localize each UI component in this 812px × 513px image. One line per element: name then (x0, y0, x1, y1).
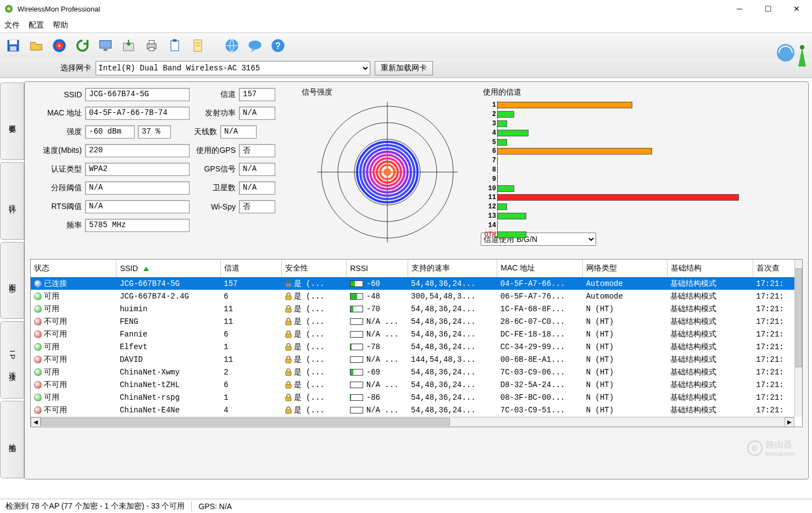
signal-title: 信号强度 (302, 87, 475, 97)
svg-rect-15 (173, 39, 177, 42)
menu-file[interactable]: 文件 (4, 20, 20, 30)
app-icon (4, 4, 13, 13)
globe-icon[interactable] (222, 36, 242, 56)
notes-icon[interactable] (188, 36, 208, 56)
col-header[interactable]: 支持的速率 (408, 260, 497, 277)
table-row[interactable]: 不可用ChinaNet-E4Ne4是 (...N/A ...54,48,36,2… (31, 404, 802, 416)
svg-point-38 (383, 168, 391, 176)
gps-used-label: 使用的GPS (195, 146, 239, 156)
minimize-button[interactable]: ─ (728, 2, 750, 15)
col-header[interactable]: SSID (116, 260, 220, 277)
col-header[interactable]: RSSI (347, 260, 408, 277)
watermark: ⚙ 路由器 luyouqi.com (747, 439, 795, 457)
mac-value: 04-5F-A7-66-7B-74 (85, 107, 190, 120)
table-row[interactable]: 不可用DAVID11是 (...N/A ...144,54,48,3...00-… (31, 353, 802, 366)
table-row[interactable]: 可用Elfevt1是 (...-7854,48,36,24...CC-34-29… (31, 340, 802, 353)
vtab-map[interactable]: 地图 (0, 401, 24, 478)
rts-value: N/A (85, 200, 190, 213)
antenna-value: N/A (220, 125, 257, 139)
help-icon[interactable]: ? (268, 36, 288, 56)
menu-config[interactable]: 配置 (29, 20, 44, 30)
sat-value: N/A (239, 181, 275, 195)
lock-icon (285, 394, 292, 401)
ssid-value: JCG-667B74-5G (85, 88, 190, 101)
export-icon[interactable] (119, 36, 138, 56)
maximize-button[interactable]: ☐ (757, 2, 779, 15)
table-row[interactable]: 不可用Fannie6是 (...N/A ...54,48,36,24...DC-… (31, 328, 802, 340)
svg-rect-12 (149, 41, 154, 44)
menu-help[interactable]: 帮助 (53, 20, 68, 30)
svg-rect-14 (171, 41, 179, 51)
lock-icon (285, 318, 292, 326)
reload-nic-button[interactable]: 重新加载网卡 (375, 61, 433, 75)
freq-value: 5785 MHz (85, 219, 190, 232)
svg-rect-44 (286, 346, 291, 350)
frag-value: N/A (85, 181, 190, 195)
txpower-value: N/A (239, 107, 275, 120)
sat-label: 卫星数 (195, 183, 239, 193)
vtab-stats[interactable]: 统计 (0, 162, 24, 240)
open-icon[interactable] (26, 36, 46, 56)
chat-icon[interactable] (245, 36, 265, 56)
gps-signal-label: GPS信号 (195, 164, 239, 174)
ap-table[interactable]: 状态SSID信道安全性RSSI支持的速率MAC 地址网络类型基础结构首次查 已连… (31, 260, 802, 416)
close-button[interactable]: ✕ (786, 2, 808, 15)
monitor-icon[interactable] (96, 36, 115, 56)
table-row[interactable]: 不可用ChinaNet-tZHL6是 (...N/A ...54,48,36,2… (31, 378, 802, 391)
table-row[interactable]: 已连接JCG-667B74-5G157是 (...-6054,48,36,24.… (31, 277, 802, 290)
clipboard-icon[interactable] (165, 36, 185, 56)
scroll-left-icon[interactable]: ◄ (31, 417, 41, 427)
lock-icon (285, 381, 292, 389)
table-row[interactable]: 可用JCG-667B74-2.4G6是 (...-48300,54,48,3..… (31, 290, 802, 302)
channel-value: 157 (239, 88, 275, 101)
strength-pct: 37 % (138, 125, 171, 139)
table-row[interactable]: 可用huimin11是 (...-7054,48,36,24...1C-FA-6… (31, 302, 802, 315)
vertical-scrollbar[interactable] (794, 260, 802, 417)
col-header[interactable]: 状态 (31, 260, 116, 277)
vtab-ip[interactable]: IP 连接 (0, 321, 24, 399)
target-icon[interactable] (49, 36, 69, 56)
channel-bars: 1234567891011121314OTH (497, 101, 803, 230)
vtab-graph[interactable]: 图形 (0, 242, 24, 319)
table-row[interactable]: 可用ChinaNet-rspg1是 (...-8654,48,36,24...0… (31, 391, 802, 404)
svg-text:?: ? (275, 41, 281, 51)
print-icon[interactable] (142, 36, 162, 56)
txpower-label: 发射功率 (195, 108, 239, 118)
col-header[interactable]: 基础结构 (667, 260, 753, 277)
svg-rect-41 (286, 308, 291, 312)
gps-signal-value: N/A (239, 163, 275, 176)
antenna-icon (774, 36, 807, 69)
svg-rect-46 (286, 372, 291, 376)
vtab-summary[interactable]: 概要 (0, 82, 24, 160)
col-header[interactable]: MAC 地址 (497, 260, 583, 277)
strength-dbm: -60 dBm (85, 125, 135, 139)
svg-rect-8 (100, 41, 112, 48)
save-icon[interactable] (3, 36, 23, 56)
lock-icon (285, 293, 292, 300)
svg-rect-39 (286, 283, 291, 287)
svg-rect-45 (286, 359, 291, 363)
svg-rect-9 (104, 49, 108, 51)
table-row[interactable]: 不可用FENG11是 (...N/A ...54,48,36,24...28-6… (31, 315, 802, 328)
scroll-right-icon[interactable]: ► (785, 417, 794, 427)
strength-label: 强度 (30, 127, 85, 137)
radar-icon (316, 101, 459, 244)
nic-select[interactable]: Intel(R) Dual Band Wireless-AC 3165 (96, 61, 370, 75)
channel-usage-panel: 使用的信道 1234567891011121314OTH 信道使用 B/G/N (481, 87, 803, 252)
frag-label: 分段阈值 (30, 183, 85, 193)
signal-strength-panel: 信号强度 (299, 87, 475, 252)
auth-value: WPA2 (85, 163, 190, 176)
horizontal-scrollbar[interactable]: ◄ ► (31, 417, 794, 427)
lock-icon (285, 305, 292, 313)
refresh-icon[interactable] (73, 36, 92, 56)
svg-rect-48 (286, 397, 291, 401)
lock-icon (285, 368, 292, 376)
vertical-tabs: 概要 统计 图形 IP 连接 地图 (0, 81, 24, 479)
col-header[interactable]: 网络类型 (583, 260, 668, 277)
speed-label: 速度(Mbits) (30, 146, 85, 156)
col-header[interactable]: 安全性 (282, 260, 347, 277)
freq-label: 频率 (30, 220, 85, 230)
col-header[interactable]: 信道 (220, 260, 281, 277)
table-row[interactable]: 可用ChinaNet-Xwmy2是 (...-6954,48,36,24...7… (31, 366, 802, 378)
lock-icon (285, 330, 292, 338)
